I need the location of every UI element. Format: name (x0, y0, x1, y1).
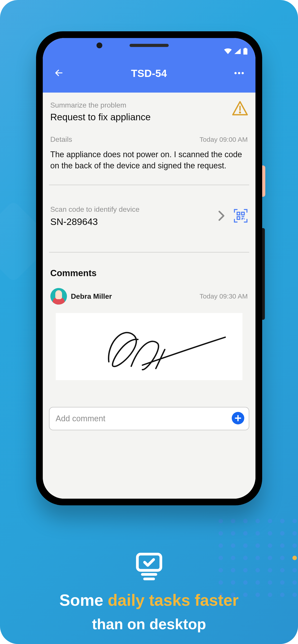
wifi-icon (224, 48, 232, 55)
page-title: TSD-54 (131, 67, 167, 80)
commenter-name: Debra Miller (71, 292, 112, 300)
back-button[interactable] (52, 67, 66, 80)
svg-point-5 (239, 112, 240, 113)
content-area: Summarize the problem Request to fix app… (43, 92, 255, 499)
scan-label: Scan code to identify device (50, 205, 139, 214)
arrow-left-icon (54, 68, 64, 78)
chevron-right-icon (217, 210, 225, 222)
svg-point-3 (242, 72, 244, 74)
svg-rect-8 (237, 217, 240, 219)
svg-point-2 (238, 72, 240, 74)
promo-card: TSD-54 Summarize the problem Request (0, 0, 298, 644)
device-camera (97, 42, 102, 48)
warning-icon (232, 101, 248, 116)
monitor-check-icon (135, 552, 164, 580)
promo-line1-accent: daily tasks faster (108, 591, 238, 609)
svg-rect-7 (242, 212, 244, 215)
summary-title: Request to fix appliance (50, 112, 151, 123)
promo-line1-prefix: Some (59, 591, 108, 609)
details-timestamp: Today 09:00 AM (199, 136, 248, 143)
summary-label: Summarize the problem (50, 101, 151, 109)
scan-section[interactable]: Scan code to identify device SN-289643 (49, 185, 249, 252)
summary-section: Summarize the problem Request to fix app… (49, 99, 249, 128)
app-screen: TSD-54 Summarize the problem Request (43, 38, 255, 499)
add-comment-input[interactable]: Add comment (49, 407, 249, 430)
nav-bar: TSD-54 (51, 65, 247, 86)
svg-point-1 (234, 72, 237, 74)
scan-value: SN-289643 (50, 216, 139, 228)
comment-timestamp: Today 09:30 AM (199, 292, 248, 300)
details-body: The appliance does not power on. I scann… (49, 145, 249, 184)
more-horizontal-icon (234, 71, 244, 75)
device-speaker (129, 44, 169, 47)
details-label: Details (50, 135, 72, 144)
status-bar (51, 48, 247, 56)
comments-heading: Comments (49, 252, 249, 283)
avatar (50, 288, 67, 304)
svg-rect-6 (237, 212, 240, 215)
details-row: Details Today 09:00 AM (49, 128, 249, 145)
svg-rect-17 (141, 573, 157, 576)
phone-device-frame: TSD-54 Summarize the problem Request (36, 31, 262, 505)
signature-attachment[interactable] (56, 313, 242, 380)
more-button[interactable] (232, 67, 246, 80)
promo-headline: Some daily tasks faster (24, 590, 274, 610)
comment-item: Debra Miller Today 09:30 AM (49, 283, 249, 306)
svg-rect-18 (143, 578, 155, 580)
svg-rect-15 (235, 418, 241, 419)
plus-circle-icon[interactable] (232, 412, 244, 425)
cellular-icon (234, 48, 241, 55)
qr-scan-icon[interactable] (233, 209, 248, 224)
promo-caption: Some daily tasks faster than on desktop (24, 552, 274, 632)
add-comment-placeholder: Add comment (56, 414, 105, 423)
promo-line2: than on desktop (24, 616, 274, 632)
battery-icon (243, 48, 247, 56)
signature-icon (69, 322, 230, 372)
